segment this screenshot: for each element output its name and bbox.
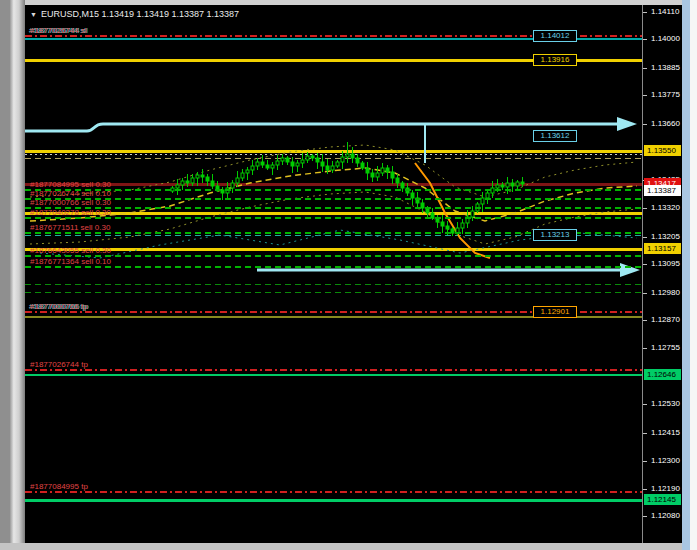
chart-price-box: 1.13213	[533, 229, 577, 241]
axis-price-label: 1.13660	[643, 119, 682, 129]
order-label[interactable]: #1877026744 sell 0.10	[30, 189, 111, 198]
axis-price-label: 1.13885	[643, 63, 682, 73]
axis-price-label: 1.12980	[643, 288, 682, 298]
axis-price-badge: 1.13387	[644, 185, 681, 196]
order-label[interactable]: #1876771511 sell 0.30	[30, 223, 110, 232]
axis-price-label: 1.12755	[643, 343, 682, 353]
order-label[interactable]: #1877000766 tp	[30, 302, 88, 311]
chart-canvas[interactable]: ▼EURUSD,M15 1.13419 1.13419 1.13387 1.13…	[25, 5, 642, 543]
axis-price-label: 1.12530	[643, 399, 682, 409]
axis-price-label: 1.12870	[643, 315, 682, 325]
axis-price-label: 1.14000	[643, 34, 682, 44]
order-label[interactable]: #1877026744 sl	[30, 26, 87, 35]
axis-price-label: 1.12300	[643, 456, 682, 466]
order-line-sell[interactable]	[25, 189, 642, 191]
axis-price-badge: 1.13550	[644, 145, 681, 156]
order-label[interactable]: #1876771364 sell 0.10	[30, 257, 111, 266]
axis-price-label: 1.13320	[643, 203, 682, 213]
order-line-sell[interactable]	[25, 217, 642, 219]
order-label[interactable]: #1877084995 tp	[30, 482, 88, 491]
price-axis[interactable]: 1.141101.140001.138851.137751.136601.134…	[642, 5, 682, 543]
axis-price-badge: 1.13157	[644, 243, 681, 254]
axis-price-badge: 1.12646	[644, 369, 681, 380]
chart-price-box: 1.14012	[533, 30, 577, 42]
panel-splitter[interactable]	[10, 0, 25, 550]
order-label[interactable]: #1877026744 tp	[30, 360, 88, 369]
window-border-bottom	[0, 543, 682, 550]
window-scrollbar-strip[interactable]	[682, 0, 690, 550]
order-line-tp[interactable]	[25, 491, 642, 493]
axis-price-label: 1.12415	[643, 428, 682, 438]
window-border-left	[0, 0, 10, 550]
order-line-tp[interactable]	[25, 369, 642, 371]
order-label[interactable]: #1877084995 sell 0.30	[30, 180, 111, 189]
axis-price-label: 1.14110	[643, 7, 682, 17]
chart-price-box: 1.13916	[533, 54, 577, 66]
order-label[interactable]: #1877000766 sell 0.30	[30, 198, 111, 207]
axis-price-label: 1.13775	[643, 90, 682, 100]
candles-and-indicators	[25, 5, 642, 543]
chart-price-box: 1.12901	[533, 306, 577, 318]
order-line-sell[interactable]	[25, 207, 642, 209]
axis-price-label: 1.12190	[643, 484, 682, 494]
order-line-sell[interactable]	[25, 255, 642, 257]
terminal-window: ▼EURUSD,M15 1.13419 1.13419 1.13387 1.13…	[0, 0, 697, 550]
order-line-sell[interactable]	[25, 198, 642, 200]
chart-price-box: 1.13612	[533, 130, 577, 142]
axis-price-label: 1.13205	[643, 232, 682, 242]
axis-price-badge: 1.12145	[644, 494, 681, 505]
order-line-sell[interactable]	[25, 266, 642, 268]
order-label[interactable]: #1876643055 sell 0.30	[30, 246, 111, 255]
window-border-right	[690, 0, 697, 550]
axis-price-label: 1.12080	[643, 511, 682, 521]
order-label[interactable]: #1877040278 sell 0.30	[30, 208, 111, 217]
axis-price-label: 1.13095	[643, 259, 682, 269]
